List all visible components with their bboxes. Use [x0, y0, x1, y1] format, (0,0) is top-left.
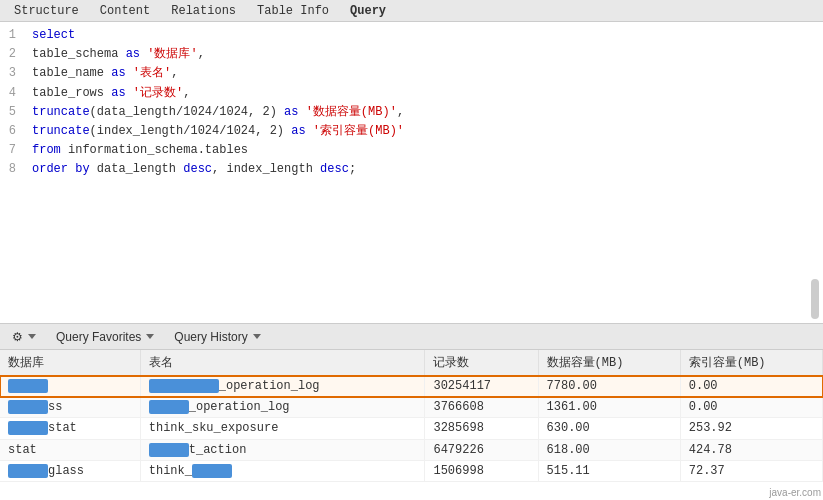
cell-db	[0, 376, 140, 397]
cell-table: _operation_log	[140, 376, 425, 397]
cell-table: think_	[140, 460, 425, 481]
table-row[interactable]: glass think_ 1506998 515.11 72.37	[0, 460, 823, 481]
table-row[interactable]: ss _operation_log 3766608 1361.00 0.00	[0, 397, 823, 418]
col-data-mb: 数据容量(MB)	[538, 350, 680, 376]
watermark: java-er.com	[769, 487, 821, 498]
code-lines: select table_schema as '数据库', table_name…	[28, 26, 823, 180]
cell-data-mb: 1361.00	[538, 397, 680, 418]
sql-editor[interactable]: 1 2 3 4 5 6 7 8 select table_schema as '…	[0, 22, 823, 324]
results-table: 数据库 表名 记录数 数据容量(MB) 索引容量(MB) _operation_…	[0, 350, 823, 482]
cell-idx-mb: 0.00	[680, 397, 822, 418]
cell-records: 1506998	[425, 460, 538, 481]
cell-data-mb: 7780.00	[538, 376, 680, 397]
col-db: 数据库	[0, 350, 140, 376]
cell-records: 3766608	[425, 397, 538, 418]
cell-idx-mb: 253.92	[680, 418, 822, 439]
tab-structure[interactable]: Structure	[4, 0, 90, 21]
table-header-row: 数据库 表名 记录数 数据容量(MB) 索引容量(MB)	[0, 350, 823, 376]
bottom-toolbar: ⚙ Query Favorites Query History	[0, 324, 823, 350]
cell-records: 30254117	[425, 376, 538, 397]
tab-query[interactable]: Query	[340, 0, 397, 21]
cell-records: 6479226	[425, 439, 538, 460]
cell-table: think_sku_exposure	[140, 418, 425, 439]
cell-table: _operation_log	[140, 397, 425, 418]
cell-db: ss	[0, 397, 140, 418]
col-table: 表名	[140, 350, 425, 376]
chevron-down-icon-3	[253, 334, 261, 339]
col-records: 记录数	[425, 350, 538, 376]
query-favorites-button[interactable]: Query Favorites	[52, 328, 158, 346]
table-row[interactable]: stat t_action 6479226 618.00 424.78	[0, 439, 823, 460]
cell-data-mb: 618.00	[538, 439, 680, 460]
gear-icon: ⚙	[12, 330, 23, 344]
tab-table-info[interactable]: Table Info	[247, 0, 340, 21]
table-row[interactable]: _operation_log 30254117 7780.00 0.00	[0, 376, 823, 397]
cell-idx-mb: 72.37	[680, 460, 822, 481]
top-tabs: Structure Content Relations Table Info Q…	[0, 0, 823, 22]
cell-db: stat	[0, 439, 140, 460]
cell-idx-mb: 0.00	[680, 376, 822, 397]
cell-idx-mb: 424.78	[680, 439, 822, 460]
table-row[interactable]: stat think_sku_exposure 3285698 630.00 2…	[0, 418, 823, 439]
chevron-down-icon-2	[146, 334, 154, 339]
cell-data-mb: 630.00	[538, 418, 680, 439]
tab-relations[interactable]: Relations	[161, 0, 247, 21]
editor-scrollbar[interactable]	[811, 279, 819, 319]
cell-db: glass	[0, 460, 140, 481]
results-area: 数据库 表名 记录数 数据容量(MB) 索引容量(MB) _operation_…	[0, 350, 823, 500]
query-history-label: Query History	[174, 330, 247, 344]
chevron-down-icon	[28, 334, 36, 339]
cell-records: 3285698	[425, 418, 538, 439]
cell-table: t_action	[140, 439, 425, 460]
cell-data-mb: 515.11	[538, 460, 680, 481]
query-history-button[interactable]: Query History	[170, 328, 264, 346]
cell-db: stat	[0, 418, 140, 439]
col-idx-mb: 索引容量(MB)	[680, 350, 822, 376]
gear-button[interactable]: ⚙	[8, 328, 40, 346]
query-favorites-label: Query Favorites	[56, 330, 141, 344]
tab-content[interactable]: Content	[90, 0, 161, 21]
line-numbers: 1 2 3 4 5 6 7 8	[0, 26, 28, 180]
